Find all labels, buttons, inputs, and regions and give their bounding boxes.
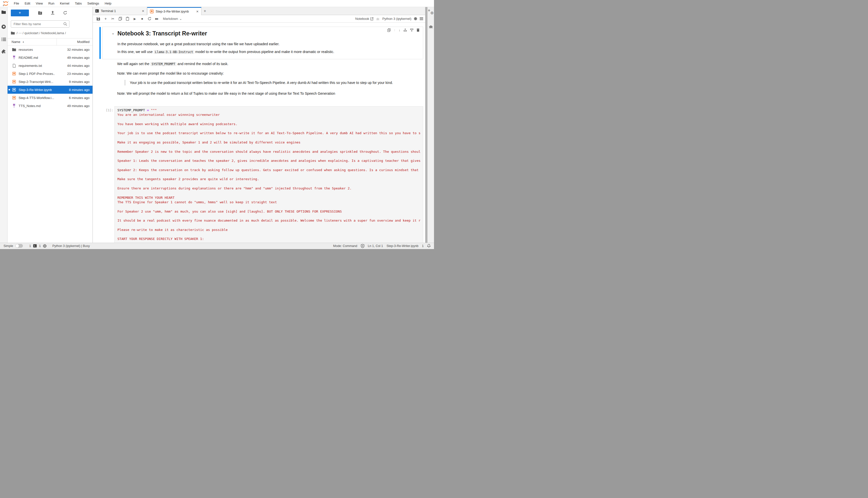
kernel-name-button[interactable]: Python 3 (ipykernel): [382, 17, 411, 21]
cell-paragraph: We will again set the SYSTEM_PROMPT and …: [117, 62, 420, 66]
menu-settings[interactable]: Settings: [85, 0, 102, 7]
code-line: [117, 214, 420, 219]
file-modified: 32 minutes ago: [55, 48, 92, 52]
close-tab-icon[interactable]: ✕: [196, 10, 199, 13]
run-cell-icon[interactable]: ▶: [132, 16, 138, 22]
menu-edit[interactable]: Edit: [22, 0, 33, 7]
cell-collapser[interactable]: [99, 27, 101, 59]
move-cell-up-icon[interactable]: ↑: [394, 28, 396, 32]
refresh-file-list-button[interactable]: [62, 10, 69, 16]
paste-cells-icon[interactable]: [125, 16, 130, 22]
kernel-busy-indicator[interactable]: [414, 17, 417, 21]
simple-mode-toggle[interactable]: [15, 244, 23, 248]
upload-button[interactable]: [49, 10, 56, 16]
code-line: [117, 223, 420, 228]
stop-kernel-icon[interactable]: ■: [139, 16, 145, 22]
notebook-icon: [11, 96, 17, 100]
column-header-name[interactable]: Name ▲: [8, 40, 56, 44]
debugger-bug-icon[interactable]: [376, 17, 380, 21]
restart-kernel-icon[interactable]: [146, 16, 152, 22]
terminal-icon: $_: [95, 9, 99, 13]
code-cell-1[interactable]: [1]: SYSTEMP_PROMPT = """ You are an int…: [102, 106, 423, 243]
right-panel-divider[interactable]: [425, 7, 427, 243]
notebook-icon: [11, 80, 17, 83]
close-tab-icon[interactable]: ✕: [142, 9, 144, 13]
restart-run-all-icon[interactable]: ▶▶: [154, 16, 160, 22]
menu-view[interactable]: View: [33, 0, 46, 7]
code-line: You have been working with multiple awar…: [117, 122, 420, 127]
code-line: Remember Speaker 2 is new to the topic a…: [117, 150, 420, 154]
heading-collapse-icon[interactable]: ▾: [103, 27, 115, 59]
insert-cell-icon[interactable]: +: [103, 16, 108, 22]
file-row[interactable]: Step-2-Transcript-Writ...9 minutes ago: [8, 78, 92, 86]
code-line: [117, 136, 420, 141]
inline-code: Llama-3.1-8B-Instruct: [154, 50, 194, 54]
insert-cell-above-icon[interactable]: [404, 28, 407, 32]
save-icon[interactable]: [95, 16, 101, 22]
command-mode-indicator[interactable]: Mode: Command: [333, 244, 357, 248]
bell-icon[interactable]: [427, 244, 431, 248]
kernel-chip-icon[interactable]: [43, 244, 47, 248]
file-row[interactable]: Step-3-Re-Writer.ipynb8 minutes ago: [8, 86, 92, 94]
execution-count: [1]:: [102, 106, 114, 243]
property-inspector-tab-icon[interactable]: ⚙⚙: [428, 10, 433, 15]
menu-help[interactable]: Help: [102, 0, 114, 7]
code-line: [117, 205, 420, 209]
code-editor[interactable]: SYSTEMP_PROMPT = """ You are an internat…: [114, 106, 423, 243]
file-row[interactable]: Step-1 PDF-Pre-Proces...23 minutes ago: [8, 69, 92, 78]
jupyterlab-window: FileEditViewRunKernelTabsSettingsHelp: [0, 0, 434, 249]
notebook-icon: [11, 88, 17, 91]
duplicate-cell-icon[interactable]: [387, 28, 391, 32]
open-file-dot: [9, 89, 10, 90]
new-tab-button[interactable]: +: [201, 7, 208, 15]
table-of-contents-tab-icon[interactable]: [1, 37, 7, 42]
move-cell-down-icon[interactable]: ↓: [399, 28, 400, 32]
file-filter-input[interactable]: [13, 22, 63, 26]
file-row[interactable]: M▼TTS_Notes.md49 minutes ago: [8, 102, 92, 110]
folder-icon: [11, 48, 17, 51]
running-sessions-tab-icon[interactable]: [1, 24, 7, 29]
terminal-icon[interactable]: $_: [33, 244, 37, 248]
debugger-tab-icon[interactable]: [429, 25, 433, 29]
trust-shield-icon[interactable]: [361, 244, 365, 248]
file-list: resources32 minutes agoM▼README.md49 min…: [8, 45, 92, 110]
cell-type-dropdown[interactable]: Markdown ⌄: [163, 17, 182, 21]
menu-run[interactable]: Run: [46, 0, 57, 7]
tab-step-3-re-writer[interactable]: Step-3-Re-Writer.ipynb ✕: [147, 7, 201, 15]
menu-kernel[interactable]: Kernel: [57, 0, 72, 7]
cursor-position[interactable]: Ln 1, Col 1: [368, 244, 383, 248]
file-row[interactable]: requirements.txt44 minutes ago: [8, 62, 92, 69]
breadcrumb[interactable]: / ⋯ / quickstart / NotebookLlama /: [8, 28, 92, 37]
file-row[interactable]: M▼README.md49 minutes ago: [8, 53, 92, 62]
kernel-status-text[interactable]: Python 3 (ipykernel) | Busy: [52, 244, 90, 248]
extension-manager-tab-icon[interactable]: [1, 49, 7, 54]
code-line: Make it as engaging as possible, Speaker…: [117, 141, 420, 145]
notifications-count[interactable]: 1: [422, 244, 424, 248]
search-icon: [63, 22, 67, 26]
tab-terminal-1[interactable]: $_ Terminal 1 ✕: [93, 7, 147, 15]
file-modified: 6 minutes ago: [55, 96, 92, 100]
file-row[interactable]: Step-4-TTS-Workflow.i...6 minutes ago: [8, 94, 92, 102]
markdown-cell-2[interactable]: We will again set the SYSTEM_PROMPT and …: [102, 61, 423, 99]
breadcrumb-path[interactable]: / ⋯ / quickstart / NotebookLlama /: [16, 31, 66, 35]
toolbar-menu-icon[interactable]: [420, 17, 423, 20]
markdown-cell-1[interactable]: ▾ Notebook 3: Transcript Re-writer In th…: [102, 27, 423, 59]
file-browser-tab-icon[interactable]: [1, 9, 7, 15]
code-line: [117, 233, 420, 237]
new-folder-button[interactable]: [37, 10, 43, 16]
home-folder-icon[interactable]: [11, 31, 15, 35]
delete-cell-icon[interactable]: [417, 28, 419, 32]
copy-cells-icon[interactable]: [117, 16, 123, 22]
insert-cell-below-icon[interactable]: [410, 28, 413, 32]
new-launcher-button[interactable]: +: [11, 10, 29, 16]
menu-tabs[interactable]: Tabs: [72, 0, 85, 7]
notebook-mode-button[interactable]: Notebook: [355, 17, 374, 21]
active-file-name[interactable]: Step-3-Re-Writer.ipynb: [386, 244, 418, 248]
menu-file[interactable]: File: [11, 0, 22, 7]
cell-paragraph: Note: We will prompt the model to return…: [117, 91, 420, 96]
cut-cells-icon[interactable]: ✂: [110, 16, 116, 22]
code-line: For Speaker 2 use "umm, hmm" as much, yo…: [117, 210, 420, 214]
file-row[interactable]: resources32 minutes ago: [8, 45, 92, 53]
column-header-modified[interactable]: Modified: [56, 38, 92, 45]
cell-paragraph: In the previouse notebook, we got a grea…: [117, 42, 420, 46]
